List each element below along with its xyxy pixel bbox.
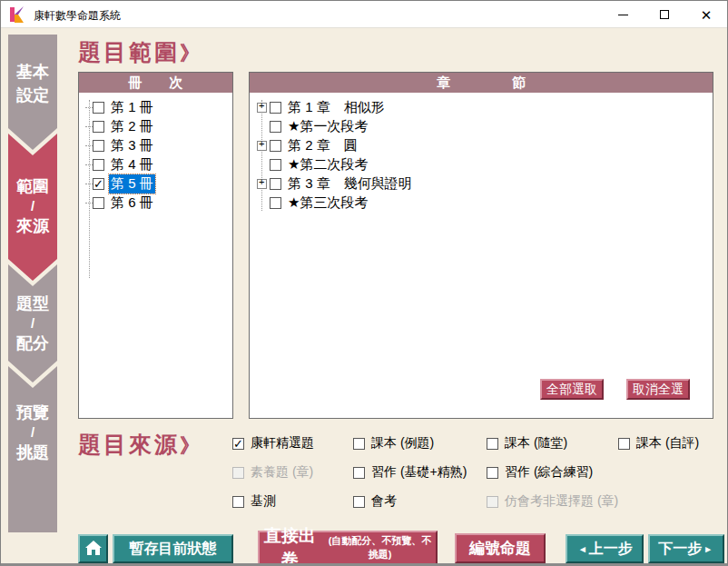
volume-row[interactable]: 第 3 冊	[79, 136, 232, 155]
right-arrow-icon: ▸	[705, 543, 711, 555]
volume-label[interactable]: 第 6 冊	[109, 194, 155, 213]
tree-stub	[85, 107, 93, 108]
checkbox[interactable]	[487, 467, 498, 479]
source-label: 康軒精選題	[251, 435, 314, 452]
source-item-exam[interactable]: 會考	[353, 494, 397, 509]
chapter-label[interactable]: 第 1 章 相似形	[286, 98, 387, 117]
checkbox[interactable]	[270, 121, 281, 133]
deselect-all-button[interactable]: 取消全選	[626, 379, 690, 400]
checkbox[interactable]	[232, 438, 244, 450]
source-item-textbook-inclass[interactable]: 課本 (隨堂)	[487, 436, 567, 451]
source-item-kangxuan[interactable]: 康軒精選題	[232, 436, 314, 451]
chapter-row[interactable]: 第 2 章 圓	[250, 136, 713, 155]
app-logo-icon	[9, 6, 25, 23]
chapter-row[interactable]: 第 1 章 相似形	[250, 98, 713, 117]
checkbox[interactable]	[353, 496, 365, 508]
source-label: 習作 (綜合練習)	[505, 464, 593, 481]
checkbox[interactable]	[93, 178, 104, 190]
volume-label[interactable]: 第 5 冊	[109, 174, 155, 194]
checkbox[interactable]	[232, 496, 244, 508]
tab-basic-settings[interactable]: 基本 設定	[8, 35, 57, 150]
chapter-row[interactable]: ★第二次段考	[250, 155, 713, 174]
tab-label-line: 來源	[16, 214, 49, 238]
previous-step-button[interactable]: ◂ 上一步	[566, 534, 644, 563]
expand-icon[interactable]	[257, 179, 267, 189]
source-item-mock-nonchoice: 仿會考非選擇題 (章)	[487, 494, 618, 509]
chapter-row[interactable]: ★第三次段考	[250, 194, 713, 213]
chapter-label[interactable]: ★第三次段考	[286, 194, 369, 213]
minimize-button[interactable]	[602, 1, 644, 28]
chapter-label[interactable]: 第 2 章 圓	[286, 136, 359, 155]
numbered-exam-button[interactable]: 編號命題	[455, 533, 546, 563]
checkbox[interactable]	[270, 159, 281, 171]
expand-icon[interactable]	[257, 141, 267, 151]
next-step-button[interactable]: 下一步 ▸	[648, 534, 724, 563]
tab-label-line: 預覽	[16, 401, 49, 424]
tab-label-line: /	[31, 424, 34, 441]
chapters-tree: 第 1 章 相似形 ★第一次段考 第 2 章 圓 ★第二次段考	[250, 93, 713, 213]
chapter-row[interactable]: ★第一次段考	[250, 117, 713, 136]
tab-preview-pick[interactable]: 預覽 / 挑題	[8, 366, 57, 532]
source-item-textbook-selfcheck[interactable]: 課本 (自評)	[618, 436, 699, 451]
tab-question-type[interactable]: 題型 / 配分	[8, 264, 57, 382]
chapters-panel: 章 節 第 1 章 相似形 ★第一次段考 第 2 章 圓	[249, 72, 713, 419]
tab-label-line: 設定	[16, 84, 49, 107]
source-label: 素養題 (章)	[251, 464, 313, 481]
volume-label[interactable]: 第 2 冊	[109, 117, 155, 136]
checkbox[interactable]	[270, 178, 281, 190]
select-all-button[interactable]: 全部選取	[540, 379, 604, 400]
checkbox[interactable]	[93, 159, 104, 171]
source-item-textbook-example[interactable]: 課本 (例題)	[353, 436, 434, 451]
volumes-tree: 第 1 冊 第 2 冊 第 3 冊 第 4 冊 第 5 冊	[79, 93, 232, 213]
source-item-basic-test[interactable]: 基測	[232, 494, 276, 509]
source-item-literacy: 素養題 (章)	[232, 465, 313, 480]
chapter-row[interactable]: 第 3 章 幾何與證明	[250, 174, 713, 194]
checkbox[interactable]	[93, 140, 104, 152]
direct-exam-button[interactable]: 直接出卷 (自動配分、不預覽、不挑題)	[258, 531, 438, 565]
save-state-button[interactable]: 暫存目前狀態	[113, 534, 233, 563]
checkbox[interactable]	[270, 102, 281, 114]
volume-row[interactable]: 第 5 冊	[79, 174, 232, 194]
tree-stub	[85, 145, 93, 146]
checkbox[interactable]	[487, 438, 498, 450]
volume-row[interactable]: 第 2 冊	[79, 117, 232, 136]
tab-label-line: 挑題	[16, 441, 49, 464]
checkbox[interactable]	[353, 467, 365, 479]
checkbox[interactable]	[270, 140, 281, 152]
source-item-workbook-basic[interactable]: 習作 (基礎+精熟)	[353, 465, 467, 480]
source-label: 習作 (基礎+精熟)	[371, 464, 467, 481]
maximize-button[interactable]	[644, 1, 685, 28]
checkbox[interactable]	[270, 197, 281, 209]
tab-scope-source[interactable]: 範圍 / 來源	[8, 134, 57, 281]
tree-stub	[85, 164, 93, 165]
tree-stub	[85, 126, 93, 127]
chapter-label[interactable]: 第 3 章 幾何與證明	[286, 174, 414, 194]
checkbox[interactable]	[93, 121, 104, 133]
home-icon	[84, 540, 103, 559]
expand-icon[interactable]	[257, 103, 267, 113]
checkbox[interactable]	[618, 438, 630, 450]
titlebar: 康軒數學命題系統 ✕	[1, 1, 727, 28]
checkbox[interactable]	[93, 197, 104, 209]
chapter-label[interactable]: ★第二次段考	[286, 155, 369, 174]
direct-exam-label: 直接出卷	[260, 524, 320, 566]
chevrons-icon: 》	[180, 434, 200, 457]
volume-row[interactable]: 第 1 冊	[79, 98, 232, 117]
source-label: 課本 (隨堂)	[505, 435, 567, 452]
app-window: 康軒數學命題系統 ✕ 基本 設定 範圍 / 來源 題型 / 配分 預覽 / 挑題…	[0, 0, 728, 566]
volume-row[interactable]: 第 4 冊	[79, 155, 232, 174]
volume-row[interactable]: 第 6 冊	[79, 194, 232, 213]
source-item-workbook-comprehensive[interactable]: 習作 (綜合練習)	[487, 465, 593, 480]
chapter-label[interactable]: ★第一次段考	[286, 117, 369, 136]
checkbox[interactable]	[353, 438, 365, 450]
volumes-header: 冊 次	[79, 73, 232, 93]
scope-section-title: 題目範圍》	[78, 37, 200, 67]
volume-label[interactable]: 第 1 冊	[109, 98, 155, 117]
volume-label[interactable]: 第 3 冊	[109, 136, 155, 155]
close-button[interactable]: ✕	[685, 1, 727, 28]
scope-heading-text: 題目範圍	[78, 39, 180, 65]
checkbox[interactable]	[93, 102, 104, 114]
volume-label[interactable]: 第 4 冊	[109, 155, 155, 174]
chapters-header: 章 節	[250, 73, 713, 93]
home-button[interactable]	[78, 534, 108, 563]
